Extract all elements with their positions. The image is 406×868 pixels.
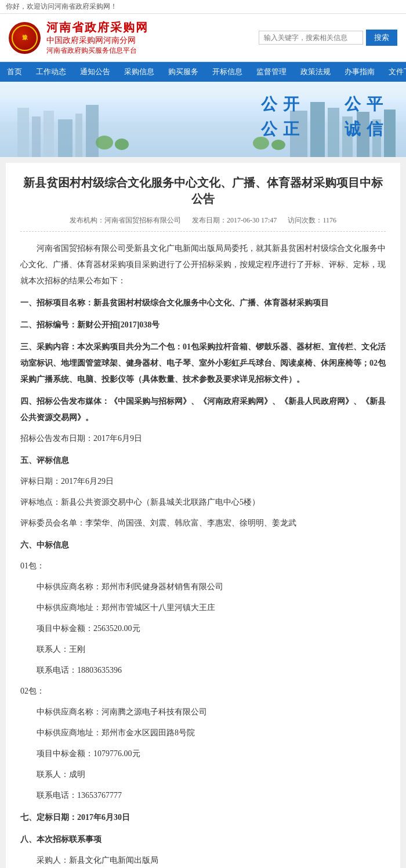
pkg02-phone-label: 联系电话： [37,791,77,800]
svg-rect-5 [58,119,72,157]
banner-row1: 公开 公平 [261,93,389,115]
pkg01-address-label: 中标供应商地址： [37,603,102,612]
section7: 六、中标信息 [20,537,386,553]
top-bar: 你好，欢迎访问河南省政府采购网！ [0,0,406,14]
logo-emblem: 豫 [9,22,41,54]
pkg02-contact-label: 联系人： [37,770,69,779]
section5: 招标公告发布日期：2017年6月9日 [20,431,386,447]
nav-bidding[interactable]: 开标信息 [205,62,249,82]
meta-org: 发布机构：河南省国贸招标有限公司 [70,216,181,224]
pkg02-phone: 联系电话：13653767777 [20,787,386,804]
buyer-label: 采购人： [37,856,69,865]
pkg02-amount-label: 项目中标金额： [37,749,93,758]
pkg02-phone-value: 13653767777 [77,791,122,800]
pkg01-phone-label: 联系电话： [37,666,77,674]
nav-bar: 首页 工作动态 通知公告 采购信息 购买服务 开标信息 监督管理 政策法规 办事… [0,62,406,82]
banner-text: 公开 公平 公正 诚信 [261,93,389,140]
nav-downloads[interactable]: 文件下载 [382,62,406,82]
pkg02-contact: 联系人：成明 [20,767,386,783]
header-logo: 豫 河南省政府采购网 中国政府采购网河南分网 河南省政府购买服务信息平台 [9,20,148,56]
header: 豫 河南省政府采购网 中国政府采购网河南分网 河南省政府购买服务信息平台 搜索 [0,14,406,62]
article-intro: 河南省国贸招标有限公司受新县文化广电新闻出版局局委托，就其新县贫困村村级综合文化… [20,240,386,289]
meta-date: 发布日期：2017-06-30 17:47 [192,216,277,224]
section3: 三、采购内容：本次采购项目共分为二个包：01包采购拉杆音箱、锣鼓乐器、器材柜、宣… [20,339,386,388]
nav-procurement[interactable]: 采购信息 [117,62,161,82]
logo-line3: 河南省政府购买服务信息平台 [46,46,148,56]
search-area: 搜索 [259,30,397,46]
greeting-text: 你好，欢迎访问河南省政府采购网！ [6,2,117,10]
pkg01-title: 01包： [20,558,386,574]
pkg01-amount: 项目中标金额：2563520.00元 [20,621,386,637]
nav-policy[interactable]: 政策法规 [293,62,338,82]
article-meta: 发布机构：河南省国贸招标有限公司 发布日期：2017-06-30 17:47 访… [20,216,386,232]
pkg01-phone: 联系电话：18803635396 [20,662,386,679]
article-title: 新县贫困村村级综合文化服务中心文化、广播、体育器材采购项目中标公告 [20,174,386,207]
pkg02-supplier-value: 河南腾之源电子科技有限公司 [102,707,207,716]
logo-line2: 中国政府采购网河南分网 [46,35,148,46]
buyer-value: 新县文化广电新闻出版局 [69,856,158,865]
pkg02-address-value: 郑州市金水区园田路8号院 [102,728,195,737]
eval-members: 评标委员会名单：李荣华、尚国强、刘震、韩欣富、李惠宏、徐明明、姜龙武 [20,515,386,531]
buyer: 采购人：新县文化广电新闻出版局 [20,852,386,868]
section9: 八、本次招标联系事项 [20,831,386,848]
eval-location: 评标地点：新县公共资源交易中心（新县城关北联路广电中心5楼） [20,494,386,510]
section6: 五、评标信息 [20,453,386,469]
meta-visits: 访问次数：1176 [288,216,336,224]
article-body: 河南省国贸招标有限公司受新县文化广电新闻出版局局委托，就其新县贫困村村级综合文化… [20,240,386,868]
section1: 一、招标项目名称：新县贫困村村级综合文化服务中心文化、广播、体育器材采购项目 [20,295,386,311]
nav-guide[interactable]: 办事指南 [338,62,382,82]
section8: 七、定标日期：2017年6月30日 [20,809,386,826]
pkg02-supplier: 中标供应商名称：河南腾之源电子科技有限公司 [20,704,386,720]
pkg01-supplier: 中标供应商名称：郑州市利民健身器材销售有限公司 [20,579,386,595]
svg-point-15 [96,136,113,149]
pkg01-contact-value: 王刚 [69,645,85,654]
banner: 公开 公平 公正 诚信 [0,82,406,157]
search-input[interactable] [259,31,363,45]
pkg02-amount-value: 1079776.00元 [93,749,140,758]
nav-supervision[interactable]: 监督管理 [249,62,293,82]
pkg02-address: 中标供应商地址：郑州市金水区园田路8号院 [20,725,386,741]
pkg02-title: 02包： [20,683,386,699]
logo-line1: 河南省政府采购网 [46,20,148,35]
nav-work-updates[interactable]: 工作动态 [29,62,73,82]
svg-point-16 [115,138,129,150]
nav-buy-services[interactable]: 购买服务 [161,62,205,82]
section4: 四、招标公告发布媒体：《中国采购与招标网》、《河南政府采购网》、《新县人民政府网… [20,393,386,426]
pkg01-phone-value: 18803635396 [77,666,122,674]
svg-rect-3 [32,116,41,157]
svg-rect-4 [44,111,54,157]
section2: 二、招标编号：新财公开招[2017]038号 [20,317,386,333]
search-button[interactable]: 搜索 [366,30,397,46]
nav-notices[interactable]: 通知公告 [73,62,117,82]
svg-rect-7 [86,105,99,157]
pkg02-supplier-label: 中标供应商名称： [37,707,102,716]
eval-date: 评标日期：2017年6月29日 [20,473,386,490]
nav-home[interactable]: 首页 [0,62,29,82]
pkg01-contact-label: 联系人： [37,645,69,654]
pkg01-address-value: 郑州市管城区十八里河镇大王庄 [102,603,215,612]
svg-rect-6 [75,114,82,157]
logo-emblem-inner: 豫 [12,25,38,51]
banner-row2: 公正 诚信 [261,118,389,140]
svg-rect-2 [17,108,29,157]
pkg02-contact-value: 成明 [69,770,85,779]
pkg01-amount-label: 项目中标金额： [37,624,93,633]
logo-text-block: 河南省政府采购网 中国政府采购网河南分网 河南省政府购买服务信息平台 [46,20,148,56]
navigation: 首页 工作动态 通知公告 采购信息 购买服务 开标信息 监督管理 政策法规 办事… [0,62,406,82]
pkg01-address: 中标供应商地址：郑州市管城区十八里河镇大王庄 [20,600,386,616]
article-content: 新县贫困村村级综合文化服务中心文化、广播、体育器材采购项目中标公告 发布机构：河… [6,163,400,868]
pkg01-contact: 联系人：王刚 [20,641,386,658]
pkg01-supplier-value: 郑州市利民健身器材销售有限公司 [102,582,223,591]
pkg02-address-label: 中标供应商地址： [37,728,102,737]
pkg02-amount: 项目中标金额：1079776.00元 [20,746,386,762]
pkg01-amount-value: 2563520.00元 [93,624,140,633]
svg-point-18 [271,140,285,150]
pkg01-supplier-label: 中标供应商名称： [37,582,102,591]
